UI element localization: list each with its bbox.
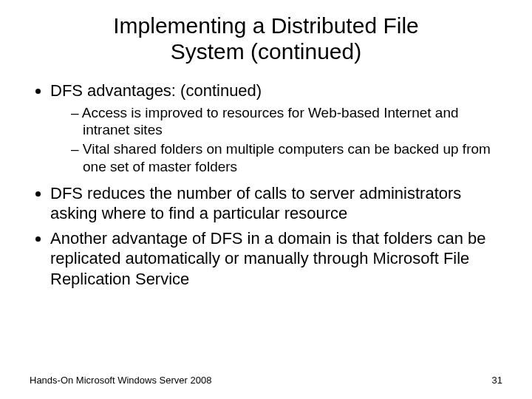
footer-source: Hands-On Microsoft Windows Server 2008: [30, 375, 211, 386]
title-line-1: Implementing a Distributed File: [113, 13, 419, 38]
bullet-1-sub-1: Access is improved to resources for Web-…: [71, 104, 502, 140]
page-number: 31: [492, 375, 502, 386]
bullet-1-sub-2: Vital shared folders on multiple compute…: [71, 140, 502, 176]
bullet-1-sublist: Access is improved to resources for Web-…: [50, 104, 502, 176]
bullet-1: DFS advantages: (continued) Access is im…: [50, 81, 502, 176]
title-line-2: System (continued): [171, 39, 361, 64]
bullet-2: DFS reduces the number of calls to serve…: [50, 183, 502, 224]
slide-body: DFS advantages: (continued) Access is im…: [0, 64, 532, 289]
slide: Implementing a Distributed File System (…: [0, 0, 532, 399]
bullet-1-text: DFS advantages: (continued): [50, 81, 262, 100]
bullet-3: Another advantage of DFS in a domain is …: [50, 228, 502, 290]
footer: Hands-On Microsoft Windows Server 2008 3…: [30, 375, 502, 386]
slide-title: Implementing a Distributed File System (…: [0, 0, 532, 64]
bullet-list: DFS advantages: (continued) Access is im…: [30, 81, 502, 289]
